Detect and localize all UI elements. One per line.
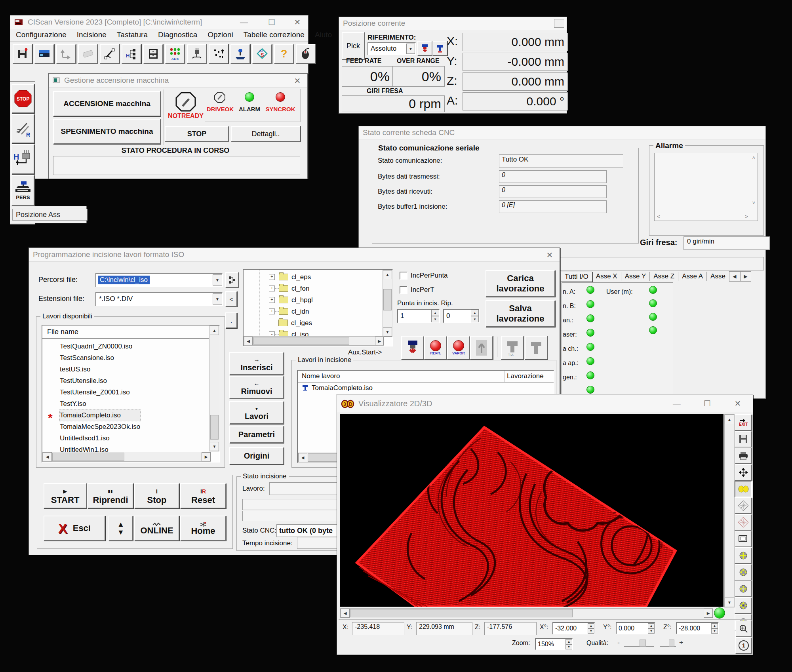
vyr-spinner[interactable]: 0.000 ▲▼ [616, 622, 655, 634]
spin-up-icon[interactable]: ▲ [431, 310, 439, 316]
tabs-scroll-right[interactable]: ▶ [740, 271, 751, 282]
menu-configurazione[interactable]: Configurazione [16, 30, 67, 39]
minimize-button[interactable]: — [236, 16, 252, 28]
spin-down-icon[interactable]: ▼ [588, 628, 594, 634]
online-button[interactable]: ONLINE [134, 516, 179, 541]
tree-vscrollbar[interactable]: ▲ ▼ [383, 270, 392, 337]
file-item[interactable]: TestY.iso [60, 398, 140, 409]
riferimento-select[interactable]: Assoluto ▼ [367, 42, 416, 55]
file-item[interactable]: TomaiaMecSpe2023Ok.iso [60, 421, 140, 432]
save-view-button[interactable] [735, 431, 752, 447]
dropdown-arrow-icon[interactable]: ▼ [406, 44, 415, 54]
home-button[interactable]: Home [180, 516, 226, 541]
folder-tree[interactable]: +cl_eps +cl_fon +cl_hpgl +cl_idn cl_iges… [243, 269, 393, 346]
window-button[interactable] [554, 19, 564, 28]
menu-tastatura[interactable]: Tastatura [117, 30, 148, 39]
help-icon[interactable]: ? [274, 44, 294, 64]
jog-arrows-button[interactable]: ▲ ▼ [109, 516, 133, 541]
sidebar-stop-button[interactable]: STOP [11, 84, 34, 113]
vapor-button[interactable]: VAPOR [447, 336, 470, 360]
quality-slider-2[interactable] [660, 640, 676, 647]
refr-button[interactable]: REFR. [424, 336, 447, 360]
scroll-right-icon[interactable]: > [745, 213, 748, 220]
tree-item[interactable]: cl_iges [291, 319, 312, 327]
start-button[interactable]: ▶ START [44, 483, 87, 508]
aux-leds-icon[interactable]: AUX [165, 44, 185, 64]
tab-asse-a[interactable]: Asse A [678, 272, 707, 281]
file-list-vscrollbar[interactable]: ▲ ▼ [209, 326, 219, 451]
file-item[interactable]: TestQuadrif_ZN0000.iso [60, 341, 140, 352]
tree-item[interactable]: cl_idn [291, 308, 309, 316]
stato-cnc-titlebar[interactable]: Stato corrente scheda CNC [359, 126, 765, 139]
stop-button[interactable]: STOP [165, 126, 229, 142]
pen-icon[interactable] [100, 44, 120, 64]
quality-slider-thumb[interactable] [640, 640, 646, 647]
expand-icon[interactable]: + [269, 297, 275, 303]
spin-up-icon[interactable]: ▲ [565, 639, 572, 644]
spin-up-icon[interactable]: ▲ [588, 623, 594, 628]
tree-h-icon[interactable]: H [122, 44, 141, 64]
accensione-macchina-button[interactable]: ACCENSIONE macchina [53, 91, 161, 116]
view-orbit-1-button[interactable] [735, 547, 752, 564]
joystick-icon[interactable] [230, 44, 250, 64]
file-item[interactable]: UntitledIsod1.iso [60, 432, 140, 444]
spin-down-icon[interactable]: ▼ [711, 628, 718, 634]
dot-button[interactable]: . [225, 312, 237, 328]
view-orbit-2-button[interactable] [735, 564, 752, 581]
drawer-icon[interactable] [143, 44, 163, 64]
tab-tutti-io[interactable]: Tutti I/O [561, 272, 592, 282]
lavorazione-header[interactable]: Lavorazione [507, 372, 544, 380]
view-3d-button[interactable] [735, 481, 752, 497]
axes-icon[interactable] [56, 44, 76, 64]
spin-up-icon[interactable]: ▲ [711, 623, 718, 628]
menu-diagnostica[interactable]: Diagnostica [158, 30, 197, 39]
quality-slider[interactable] [624, 640, 654, 647]
zoom-in-button[interactable] [735, 621, 752, 637]
dettagli-button[interactable]: Dettagli.. [231, 126, 301, 142]
plug-icon[interactable] [187, 44, 207, 64]
menu-aiuto[interactable]: Aiuto [315, 30, 332, 39]
origini-button[interactable]: Origini [229, 447, 284, 464]
browse-tree-button[interactable] [225, 272, 239, 288]
tab-asse-z[interactable]: Asse Z [650, 272, 678, 281]
stop-incisione-button[interactable]: I Stop [134, 483, 179, 508]
tree-item[interactable]: cl_hpgl [291, 296, 313, 304]
scroll-up-icon[interactable]: ˄ [752, 155, 755, 161]
viewport-vscrollbar[interactable]: ▲ ▼ [724, 414, 735, 607]
pick-button[interactable]: Pick [342, 32, 365, 60]
scroll-down-icon[interactable]: ˅ [752, 200, 755, 206]
expand-icon[interactable]: + [269, 308, 275, 314]
cnc-s-icon[interactable]: SB/I [252, 44, 272, 64]
incpert-row[interactable]: IncPerT [400, 286, 434, 294]
file-name-header[interactable]: File name [47, 328, 78, 336]
visualizzatore-titlebar[interactable]: 3D Visualizzatore 2D/3D [337, 394, 753, 413]
tree-item[interactable]: cl_fon [291, 285, 309, 293]
quality-minus-icon[interactable]: - [617, 639, 620, 647]
mesh-gray-button[interactable] [735, 497, 752, 514]
dropdown-arrow-icon[interactable]: ▼ [213, 293, 222, 305]
spin-down-icon[interactable]: ▼ [648, 628, 655, 634]
vxr-spinner[interactable]: -32.000 ▲▼ [552, 622, 595, 634]
menu-incisione[interactable]: Incisione [77, 30, 107, 39]
eraser-cnc-icon[interactable] [78, 44, 98, 64]
mesh-red-button[interactable] [735, 514, 752, 531]
tabs-scroll-left[interactable]: ◀ [729, 271, 740, 282]
accensione-titlebar[interactable]: Gestione accensione macchina [49, 74, 307, 88]
file-listbox[interactable]: File name TestQuadrif_ZN0000.iso TestSca… [42, 325, 220, 463]
sidebar-home-button[interactable]: H [11, 144, 34, 174]
rimuovi-button[interactable]: ← Rimuovi [229, 376, 284, 399]
punta-spinner[interactable]: 1 ▲▼ [397, 309, 440, 323]
display-button[interactable] [735, 531, 752, 547]
spin-down-icon[interactable]: ▼ [565, 644, 572, 649]
vzr-spinner[interactable]: -28.000 ▲▼ [676, 622, 719, 634]
dropdown-arrow-icon[interactable]: ▼ [213, 274, 222, 286]
esci-button[interactable]: X Esci [44, 516, 105, 541]
view-orbit-4-button[interactable] [735, 597, 752, 614]
machine-icon[interactable] [34, 44, 54, 64]
viewport-hscrollbar[interactable]: ◀ ▶ [340, 608, 713, 618]
collapse-button[interactable]: < [225, 291, 237, 307]
file-list-hscrollbar[interactable]: ◀ ▶ [42, 452, 211, 462]
minimize-button[interactable]: — [669, 398, 685, 409]
tool-up-button[interactable]: T.U. [501, 336, 524, 360]
tool-t-button[interactable] [432, 41, 447, 56]
